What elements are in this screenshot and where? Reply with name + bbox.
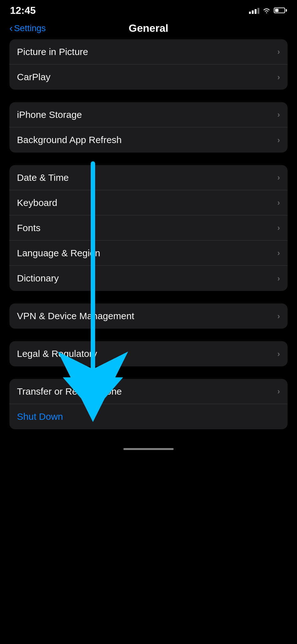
row-keyboard[interactable]: Keyboard › bbox=[9, 190, 288, 215]
chevron-icon: › bbox=[277, 135, 280, 145]
language-region-label: Language & Region bbox=[17, 248, 100, 258]
transfer-reset-iphone-label: Transfer or Reset iPhone bbox=[17, 386, 122, 397]
chevron-left-icon: ‹ bbox=[9, 22, 13, 34]
row-language-region[interactable]: Language & Region › bbox=[9, 241, 288, 266]
legal-regulatory-label: Legal & Regulatory bbox=[17, 348, 97, 359]
section-storage-refresh: iPhone Storage › Background App Refresh … bbox=[9, 102, 288, 153]
keyboard-label: Keyboard bbox=[17, 197, 57, 208]
chevron-icon: › bbox=[277, 72, 280, 82]
fonts-label: Fonts bbox=[17, 223, 40, 233]
row-date-time[interactable]: Date & Time › bbox=[9, 165, 288, 190]
chevron-icon: › bbox=[277, 274, 280, 283]
status-time: 12:45 bbox=[10, 5, 36, 16]
row-transfer-reset-iphone[interactable]: Transfer or Reset iPhone › bbox=[9, 379, 288, 404]
status-bar: 12:45 bbox=[0, 0, 297, 19]
wifi-icon bbox=[262, 7, 271, 14]
chevron-icon: › bbox=[277, 198, 280, 208]
row-carplay[interactable]: CarPlay › bbox=[9, 64, 288, 90]
background-app-refresh-label: Background App Refresh bbox=[17, 135, 122, 145]
chevron-icon: › bbox=[277, 47, 280, 57]
row-dictionary[interactable]: Dictionary › bbox=[9, 266, 288, 291]
chevron-icon: › bbox=[277, 386, 280, 396]
nav-bar: ‹ Settings General bbox=[0, 19, 297, 39]
picture-in-picture-label: Picture in Picture bbox=[17, 47, 88, 57]
row-iphone-storage[interactable]: iPhone Storage › bbox=[9, 102, 288, 127]
signal-icon bbox=[249, 7, 259, 14]
section-picture-carplay: Picture in Picture › CarPlay › bbox=[9, 39, 288, 90]
iphone-storage-label: iPhone Storage bbox=[17, 109, 82, 120]
settings-content: Picture in Picture › CarPlay › iPhone St… bbox=[0, 39, 297, 429]
chevron-icon: › bbox=[277, 311, 280, 321]
row-legal-regulatory[interactable]: Legal & Regulatory › bbox=[9, 341, 288, 366]
battery-icon bbox=[274, 8, 287, 13]
chevron-icon: › bbox=[277, 349, 280, 359]
back-label[interactable]: Settings bbox=[14, 23, 46, 33]
row-shut-down[interactable]: Shut Down bbox=[9, 404, 288, 429]
chevron-icon: › bbox=[277, 173, 280, 182]
date-time-label: Date & Time bbox=[17, 172, 69, 183]
dictionary-label: Dictionary bbox=[17, 273, 59, 284]
carplay-label: CarPlay bbox=[17, 72, 51, 82]
chevron-icon: › bbox=[277, 110, 280, 119]
chevron-icon: › bbox=[277, 248, 280, 258]
shut-down-label[interactable]: Shut Down bbox=[17, 411, 63, 422]
back-button[interactable]: ‹ Settings bbox=[9, 22, 46, 34]
row-picture-in-picture[interactable]: Picture in Picture › bbox=[9, 39, 288, 64]
chevron-icon: › bbox=[277, 223, 280, 233]
status-icons bbox=[249, 7, 287, 14]
section-datetime-etc: Date & Time › Keyboard › Fonts › Languag… bbox=[9, 165, 288, 291]
vpn-device-management-label: VPN & Device Management bbox=[17, 311, 134, 321]
home-indicator bbox=[0, 442, 297, 459]
section-vpn: VPN & Device Management › bbox=[9, 303, 288, 329]
page-title: General bbox=[129, 22, 169, 34]
section-transfer-shutdown: Transfer or Reset iPhone › Shut Down bbox=[9, 379, 288, 429]
row-vpn-device-management[interactable]: VPN & Device Management › bbox=[9, 303, 288, 329]
row-fonts[interactable]: Fonts › bbox=[9, 215, 288, 241]
section-legal: Legal & Regulatory › bbox=[9, 341, 288, 366]
row-background-app-refresh[interactable]: Background App Refresh › bbox=[9, 127, 288, 153]
